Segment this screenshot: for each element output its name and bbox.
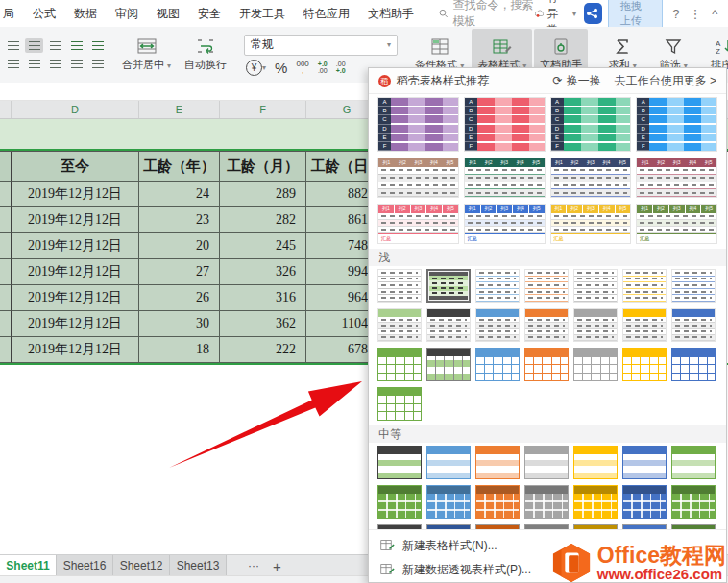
table-style-thumbnail[interactable] bbox=[671, 308, 716, 342]
cell[interactable]: 30 bbox=[139, 311, 220, 337]
table-style-thumbnail[interactable]: ABCDEF bbox=[377, 97, 459, 152]
sheet-tab-Sheet12[interactable]: Sheet12 bbox=[113, 555, 170, 576]
sheet-tab-Sheet16[interactable]: Sheet16 bbox=[57, 555, 113, 576]
align-left-button[interactable] bbox=[4, 57, 22, 71]
menu-item-公式[interactable]: 公式 bbox=[33, 6, 56, 22]
table-style-thumbnail[interactable] bbox=[622, 524, 667, 529]
cell[interactable]: 20 bbox=[139, 233, 220, 259]
table-style-thumbnail[interactable]: ABCDEF bbox=[550, 97, 632, 152]
table-style-thumbnail[interactable] bbox=[377, 446, 422, 479]
table-style-thumbnail[interactable]: 列1列2列3列4列5汇总 bbox=[464, 204, 546, 244]
gutter-cell[interactable] bbox=[0, 285, 12, 311]
increase-decimal-button[interactable]: +.0.00 bbox=[318, 61, 328, 74]
gutter-cell[interactable] bbox=[0, 337, 12, 363]
menu-item-开发工具[interactable]: 开发工具 bbox=[239, 6, 285, 22]
table-style-thumbnail[interactable]: 列1列2列3列4列5汇总 bbox=[636, 204, 717, 244]
menu-item-视图[interactable]: 视图 bbox=[157, 6, 180, 22]
table-style-thumbnail[interactable] bbox=[573, 446, 618, 479]
table-style-thumbnail[interactable] bbox=[475, 524, 520, 529]
table-style-thumbnail[interactable]: 列1列2列3列4列5汇总 bbox=[550, 204, 632, 244]
help-button[interactable]: ? bbox=[670, 7, 681, 21]
comma-format-button[interactable]: 000, bbox=[296, 61, 308, 74]
table-style-thumbnail[interactable] bbox=[426, 348, 471, 381]
currency-format-button[interactable]: ¥ ▾ bbox=[246, 60, 266, 76]
workbench-more-link[interactable]: 去工作台使用更多 > bbox=[615, 73, 716, 89]
decrease-indent-button[interactable] bbox=[67, 38, 85, 53]
table-style-thumbnail[interactable] bbox=[671, 446, 716, 479]
table-style-thumbnail[interactable] bbox=[622, 269, 667, 303]
cell[interactable]: 27 bbox=[139, 259, 220, 285]
cell[interactable]: 2019年12月12日 bbox=[12, 285, 139, 311]
table-style-thumbnail[interactable] bbox=[573, 348, 618, 381]
align-center-button[interactable] bbox=[25, 57, 43, 71]
menu-item-数据[interactable]: 数据 bbox=[74, 6, 97, 22]
table-style-thumbnail[interactable] bbox=[622, 348, 667, 381]
table-style-thumbnail[interactable] bbox=[573, 524, 618, 529]
table-style-thumbnail[interactable] bbox=[524, 524, 569, 529]
table-style-thumbnail[interactable]: ABCDEF bbox=[636, 97, 717, 152]
menu-item-特色应用[interactable]: 特色应用 bbox=[303, 6, 350, 22]
cell[interactable]: 2019年12月12日 bbox=[12, 311, 139, 337]
table-style-thumbnail[interactable] bbox=[671, 269, 716, 303]
table-style-thumbnail[interactable] bbox=[426, 524, 471, 529]
cell[interactable]: 工龄（年） bbox=[139, 152, 220, 182]
valign-top-button[interactable] bbox=[4, 38, 22, 53]
table-style-thumbnail[interactable] bbox=[671, 485, 716, 519]
cell[interactable]: 222 bbox=[220, 337, 306, 363]
cell[interactable]: 2019年12月12日 bbox=[12, 233, 139, 259]
command-search[interactable]: 查找命令，搜索模板 bbox=[439, 0, 535, 30]
cell[interactable]: 23 bbox=[139, 207, 220, 233]
table-style-thumbnail[interactable] bbox=[377, 485, 422, 519]
valign-middle-button[interactable] bbox=[25, 38, 43, 53]
cell[interactable]: 282 bbox=[220, 207, 306, 233]
table-style-thumbnail[interactable] bbox=[671, 348, 716, 381]
sheet-tab-Sheet13[interactable]: Sheet13 bbox=[170, 555, 227, 576]
decrease-decimal-button[interactable]: .00+.0 bbox=[336, 61, 346, 74]
table-style-thumbnail[interactable]: ABCDEF bbox=[464, 97, 546, 152]
table-style-thumbnail[interactable]: 列1列2列3列4列5 bbox=[464, 158, 546, 198]
number-format-select[interactable]: 常规 ▾ bbox=[244, 35, 398, 56]
menu-item-审阅[interactable]: 审阅 bbox=[115, 6, 138, 22]
table-style-thumbnail[interactable] bbox=[377, 348, 422, 381]
table-style-thumbnail[interactable] bbox=[671, 524, 716, 529]
table-style-thumbnail[interactable] bbox=[524, 308, 569, 342]
gutter-cell[interactable] bbox=[0, 207, 12, 233]
table-style-thumbnail[interactable] bbox=[622, 485, 667, 519]
collapse-ribbon-button[interactable]: ^ bbox=[710, 7, 720, 21]
menu-item-局[interactable]: 局 bbox=[3, 6, 14, 22]
cell[interactable]: 工龄（月） bbox=[220, 152, 306, 182]
cell[interactable]: 2019年12月12日 bbox=[12, 207, 139, 233]
justify-button[interactable] bbox=[67, 57, 85, 71]
table-style-thumbnail[interactable] bbox=[622, 446, 667, 479]
tab-list-button[interactable]: ··· bbox=[248, 559, 259, 572]
gutter-cell[interactable] bbox=[0, 152, 12, 182]
add-sheet-button[interactable]: + bbox=[273, 558, 281, 574]
table-style-thumbnail[interactable] bbox=[377, 308, 422, 342]
table-style-thumbnail[interactable] bbox=[622, 308, 667, 342]
gutter-cell[interactable] bbox=[0, 182, 12, 207]
table-style-thumbnail[interactable] bbox=[426, 308, 471, 342]
table-style-thumbnail[interactable] bbox=[475, 446, 520, 479]
cell[interactable]: 24 bbox=[139, 182, 220, 207]
menu-item-文档助手[interactable]: 文档助手 bbox=[368, 6, 414, 22]
cell[interactable]: 316 bbox=[220, 285, 306, 311]
cloud-upload-button[interactable] bbox=[584, 3, 602, 24]
table-style-thumbnail[interactable] bbox=[377, 269, 422, 303]
cell[interactable]: 362 bbox=[220, 311, 306, 337]
column-header-E[interactable]: E bbox=[139, 101, 220, 118]
table-style-thumbnail[interactable] bbox=[426, 485, 471, 519]
table-style-thumbnail[interactable]: 列1列2列3列4列5 bbox=[377, 158, 459, 198]
align-right-button[interactable] bbox=[46, 57, 64, 71]
more-options-button[interactable]: ⋮ bbox=[690, 7, 702, 21]
table-style-thumbnail[interactable] bbox=[377, 387, 422, 421]
gutter-cell[interactable] bbox=[0, 311, 12, 337]
table-style-thumbnail[interactable] bbox=[426, 269, 471, 303]
cell[interactable]: 2019年12月12日 bbox=[12, 337, 139, 363]
column-header-D[interactable]: D bbox=[12, 101, 139, 118]
cell[interactable]: 2019年12月12日 bbox=[12, 182, 139, 207]
valign-bottom-button[interactable] bbox=[46, 38, 64, 53]
wrap-text-button[interactable]: 自动换行 bbox=[179, 29, 232, 81]
percent-format-button[interactable]: % bbox=[275, 60, 287, 76]
table-style-thumbnail[interactable] bbox=[524, 269, 569, 303]
table-style-thumbnail[interactable] bbox=[426, 446, 471, 479]
